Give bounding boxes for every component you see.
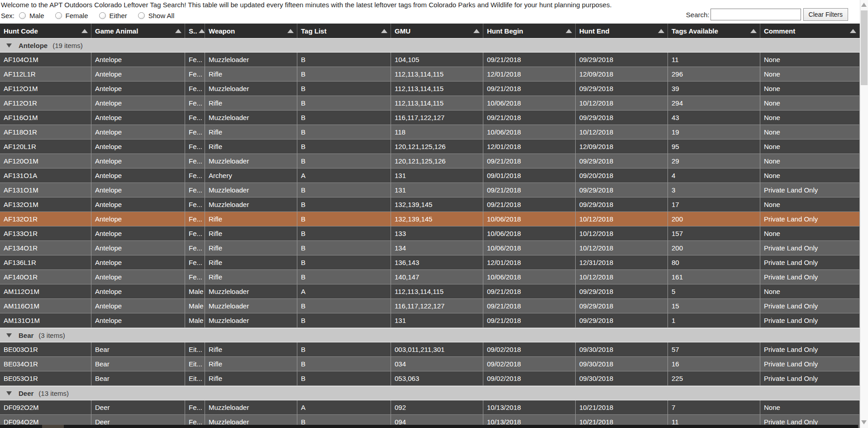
app: Welcome to the APT Outdoors Colorado Lef…: [0, 0, 868, 428]
group-header-antelope[interactable]: Antelope(19 items): [0, 38, 860, 53]
cell-tag-list: B: [297, 212, 391, 226]
radio-icon[interactable]: [19, 12, 26, 19]
radio-option-male[interactable]: Male: [19, 12, 44, 19]
table-row-be053o1r[interactable]: BE053O1RBearEit...RifleB053,06309/02/201…: [0, 371, 860, 386]
cell-tag-list: B: [297, 139, 391, 154]
table-row-af118o1r[interactable]: AF118O1RAntelopeFe...RifleB11810/06/2018…: [0, 125, 860, 139]
cell-tag-list: B: [297, 125, 391, 139]
group-header-deer[interactable]: Deer(13 items): [0, 386, 860, 400]
cell-gmu: 131: [391, 313, 483, 327]
cell-tag-list: B: [297, 371, 391, 385]
table-row-af131o1m[interactable]: AF131O1MAntelopeFe...MuzzleloaderB13109/…: [0, 183, 860, 197]
cell-hunt-begin: 09/02/2018: [483, 371, 576, 385]
table-row-af131o1a[interactable]: AF131O1AAntelopeFe...ArcheryA13109/01/20…: [0, 168, 860, 183]
cell-hunt-code: DF092O2M: [0, 400, 91, 414]
column-header-tag-list[interactable]: Tag List: [297, 24, 391, 38]
table-row-df092o2m[interactable]: DF092O2MDeerFe...MuzzleloaderA09210/13/2…: [0, 400, 860, 415]
cell-hunt-end: 09/29/2018: [576, 197, 668, 212]
column-header-gmu[interactable]: GMU: [391, 24, 483, 38]
vertical-scroll-thumb[interactable]: [861, 10, 868, 85]
column-header-hunt-end[interactable]: Hunt End: [576, 24, 668, 38]
cell-hunt-code: AF112O1M: [0, 82, 91, 96]
cell-comment: None: [760, 154, 860, 168]
cell-gmu: 112,113,114,115: [391, 82, 483, 96]
scroll-down-icon[interactable]: [861, 420, 867, 424]
cell-weapon: Muzzleloader: [205, 53, 297, 67]
radio-option-female[interactable]: Female: [55, 12, 88, 19]
table-row-af112o1m[interactable]: AF112O1MAntelopeFe...MuzzleloaderB112,11…: [0, 82, 860, 96]
table-row-af104o1m[interactable]: AF104O1MAntelopeFe...MuzzleloaderB104,10…: [0, 53, 860, 67]
table-row-af140o1r[interactable]: AF140O1RAntelopeFe...RifleB140,14710/06/…: [0, 270, 860, 284]
radio-icon[interactable]: [99, 12, 106, 19]
radio-option-show-all[interactable]: Show All: [138, 12, 175, 19]
horizontal-scrollbar[interactable]: [0, 425, 858, 428]
cell-hunt-end: 09/29/2018: [576, 183, 668, 197]
radio-icon[interactable]: [55, 12, 62, 19]
vertical-scrollbar[interactable]: [860, 0, 868, 428]
cell-comment: Private Land Only: [760, 241, 860, 255]
cell-tags-available: 7: [668, 400, 760, 414]
cell-tag-list: B: [297, 183, 391, 197]
table-row-af116o1m[interactable]: AF116O1MAntelopeFe...MuzzleloaderB116,11…: [0, 111, 860, 125]
column-label: Comment: [764, 27, 795, 35]
cell-hunt-code: AM116O1M: [0, 299, 91, 313]
cell-weapon: Rifle: [205, 67, 297, 81]
column-header-comment[interactable]: Comment: [760, 24, 860, 38]
table-row-af134o1r[interactable]: AF134O1RAntelopeFe...RifleB13410/06/2018…: [0, 241, 860, 255]
column-header-hunt-code[interactable]: Hunt Code: [0, 24, 91, 38]
table-row-af112o1r[interactable]: AF112O1RAntelopeFe...RifleB112,113,114,1…: [0, 96, 860, 111]
cell-hunt-begin: 09/21/2018: [483, 313, 576, 327]
column-label: Tag List: [301, 27, 326, 35]
search-label: Search:: [686, 11, 710, 19]
radio-option-either[interactable]: Either: [99, 12, 127, 19]
cell-game-animal: Antelope: [91, 270, 185, 284]
scroll-up-icon[interactable]: [861, 3, 867, 7]
collapse-icon: [6, 391, 12, 395]
table-row-am116o1m[interactable]: AM116O1MAntelopeMaleMuzzleloaderB116,117…: [0, 299, 860, 313]
table-row-af133o1r[interactable]: AF133O1RAntelopeFe...RifleB13310/06/2018…: [0, 226, 860, 241]
table-row-af120o1m[interactable]: AF120O1MAntelopeFe...MuzzleloaderB120,12…: [0, 154, 860, 168]
radio-icon[interactable]: [138, 12, 145, 19]
column-header-game-animal[interactable]: Game Animal: [91, 24, 185, 38]
table-row-am131o1m[interactable]: AM131O1MAntelopeMaleMuzzleloaderB13109/2…: [0, 313, 860, 328]
cell-game-animal: Antelope: [91, 299, 185, 313]
group-header-bear[interactable]: Bear(3 items): [0, 328, 860, 342]
clear-filters-button[interactable]: Clear Filters: [803, 8, 848, 21]
cell-hunt-end: 12/09/2018: [576, 139, 668, 154]
table-row-be003o1r[interactable]: BE003O1RBearEit...RifleB003,011,211,3010…: [0, 342, 860, 357]
table-row-af112l1r[interactable]: AF112L1RAntelopeFe...RifleB112,113,114,1…: [0, 67, 860, 82]
cell-game-animal: Bear: [91, 342, 185, 356]
column-header-tags-available[interactable]: Tags Available: [668, 24, 760, 38]
cell-weapon: Muzzleloader: [205, 197, 297, 212]
cell-gmu: 112,113,114,115: [391, 284, 483, 298]
column-header-s[interactable]: S..: [185, 24, 205, 38]
cell-s: Eit...: [185, 357, 205, 371]
cell-comment: None: [760, 82, 860, 96]
cell-hunt-begin: 10/06/2018: [483, 226, 576, 240]
sort-asc-icon: [287, 29, 294, 33]
welcome-text: Welcome to the APT Outdoors Colorado Lef…: [1, 1, 612, 9]
cell-weapon: Muzzleloader: [205, 111, 297, 125]
cell-hunt-begin: 09/21/2018: [483, 154, 576, 168]
cell-hunt-code: AF118O1R: [0, 125, 91, 139]
table-row-af132o1m[interactable]: AF132O1MAntelopeFe...MuzzleloaderB132,13…: [0, 197, 860, 212]
cell-tags-available: 19: [668, 125, 760, 139]
cell-tags-available: 294: [668, 96, 760, 110]
search-input[interactable]: [711, 9, 801, 20]
column-header-hunt-begin[interactable]: Hunt Begin: [483, 24, 576, 38]
table-row-af132o1r[interactable]: AF132O1RAntelopeFe...RifleB132,139,14510…: [0, 212, 860, 226]
cell-hunt-code: AF120O1M: [0, 154, 91, 168]
cell-gmu: 092: [391, 400, 483, 414]
table-row-af120l1r[interactable]: AF120L1RAntelopeFe...RifleB120,121,125,1…: [0, 139, 860, 154]
horizontal-scroll-thumb[interactable]: [42, 425, 64, 428]
table-row-be034o1r[interactable]: BE034O1RBearEit...RifleB03409/02/201809/…: [0, 357, 860, 371]
table-row-am112o1m[interactable]: AM112O1MAntelopeMaleMuzzleloaderA112,113…: [0, 284, 860, 299]
cell-gmu: 133: [391, 226, 483, 240]
column-header-weapon[interactable]: Weapon: [205, 24, 297, 38]
cell-tag-list: B: [297, 111, 391, 125]
table-row-af136l1r[interactable]: AF136L1RAntelopeFe...RifleB136,14312/01/…: [0, 255, 860, 270]
cell-tags-available: 17: [668, 197, 760, 212]
cell-s: Fe...: [185, 111, 205, 125]
cell-tags-available: 15: [668, 299, 760, 313]
cell-s: Fe...: [185, 400, 205, 414]
